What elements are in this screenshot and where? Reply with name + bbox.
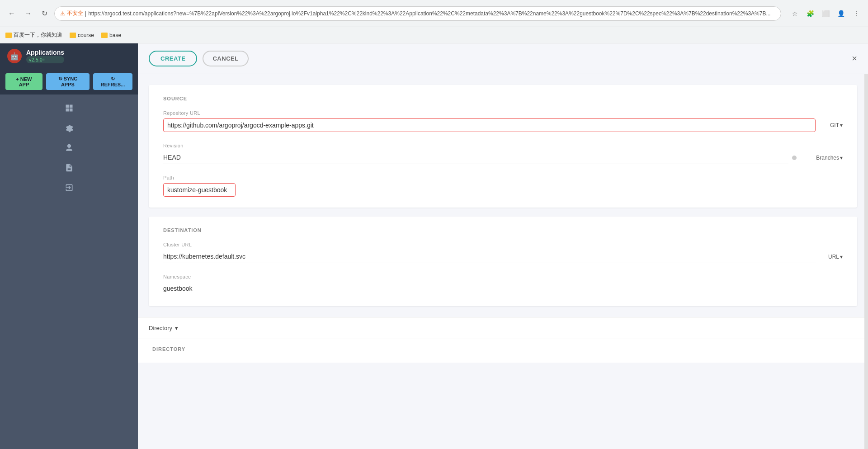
create-button[interactable]: CREATE [149, 51, 197, 66]
bookmark-folder-icon [70, 33, 76, 38]
source-section-title: SOURCE [163, 96, 843, 101]
address-bar[interactable]: ⚠ 不安全 | https://argocd.test.com/applicat… [54, 6, 781, 21]
svg-rect-3 [69, 109, 72, 112]
directory-chevron-icon: ▾ [175, 325, 178, 331]
bookmarks-bar: 百度一下，你就知道 course base [0, 27, 868, 43]
security-warning-icon: ⚠ [60, 10, 65, 17]
bookmark-label: 百度一下，你就知道 [14, 31, 62, 39]
form-header: CREATE CANCEL × [138, 43, 868, 74]
url-suffix[interactable]: URL ▾ [828, 254, 843, 260]
revision-label: Revision [163, 143, 843, 148]
namespace-group: Namespace [163, 274, 843, 295]
revision-input[interactable] [163, 151, 788, 164]
bookmark-label: base [109, 32, 121, 38]
cluster-url-label: Cluster URL [163, 242, 843, 247]
form-body: SOURCE Repository URL GIT ▾ [138, 74, 868, 317]
repository-url-group: Repository URL GIT ▾ [163, 110, 843, 132]
forward-button[interactable]: → [22, 7, 34, 20]
bookmark-folder-icon [5, 33, 12, 38]
cancel-button[interactable]: CANCEL [203, 51, 248, 66]
path-group: Path [163, 175, 843, 197]
path-row [163, 183, 843, 197]
directory-content: DIRECTORY [138, 339, 868, 363]
sidebar-item-docs[interactable] [0, 158, 138, 178]
revision-row: Branches ▾ [163, 151, 843, 164]
svg-rect-2 [66, 109, 69, 112]
bookmark-label: course [78, 32, 94, 38]
namespace-input[interactable] [163, 282, 843, 295]
refresh-button[interactable]: ↻ REFRES... [93, 73, 132, 90]
repository-url-input[interactable] [163, 118, 816, 132]
namespace-row [163, 282, 843, 295]
sidebar-buttons: + NEW APP ↻ SYNC APPS ↻ REFRES... [0, 69, 138, 95]
profile-icon[interactable]: 👤 [835, 7, 847, 20]
cluster-url-group: Cluster URL URL ▾ [163, 242, 843, 263]
source-section: SOURCE Repository URL GIT ▾ [149, 85, 857, 208]
cluster-url-input[interactable] [163, 250, 816, 263]
scrollbar[interactable] [864, 43, 868, 449]
directory-toggle-label: Directory [149, 325, 172, 331]
destination-section-title: DESTINATION [163, 227, 843, 233]
menu-icon[interactable]: ⋮ [850, 7, 863, 20]
sync-apps-button[interactable]: ↻ SYNC APPS [46, 73, 90, 90]
sidebar-item-user[interactable] [0, 138, 138, 158]
form-panel: CREATE CANCEL × SOURCE Repository URL G [138, 43, 868, 449]
app-wrapper: 🤖 Applications v2.5.0+ + NEW APP ↻ SYNC … [0, 43, 868, 449]
bookmark-icon[interactable]: ☆ [788, 7, 801, 20]
address-text: https://argocd.test.com/applications?new… [88, 10, 770, 17]
sidebar-item-settings[interactable] [0, 118, 138, 138]
tab-icon[interactable]: ⬜ [819, 7, 832, 20]
svg-rect-1 [69, 105, 72, 108]
security-warning-text: 不安全 [67, 9, 83, 17]
svg-rect-0 [66, 105, 69, 108]
cluster-url-row: URL ▾ [163, 250, 843, 263]
destination-section: DESTINATION Cluster URL URL ▾ [149, 217, 857, 306]
sidebar-item-apps[interactable] [0, 98, 138, 118]
extension-icon[interactable]: 🧩 [804, 7, 816, 20]
bookmark-course[interactable]: course [70, 32, 94, 38]
sidebar-nav [0, 95, 138, 449]
bookmark-folder-icon [101, 33, 108, 38]
namespace-label: Namespace [163, 274, 843, 279]
browser-chrome: ← → ↻ ⚠ 不安全 | https://argocd.test.com/ap… [0, 0, 868, 27]
branches-suffix[interactable]: Branches ▾ [816, 155, 843, 161]
sidebar: 🤖 Applications v2.5.0+ + NEW APP ↻ SYNC … [0, 43, 138, 449]
bookmark-base[interactable]: base [101, 32, 121, 38]
repository-url-label: Repository URL [163, 110, 843, 116]
new-app-button[interactable]: + NEW APP [5, 73, 42, 90]
sidebar-item-logout[interactable] [0, 178, 138, 198]
revision-group: Revision Branches ▾ [163, 143, 843, 164]
repository-url-row: GIT ▾ [163, 118, 843, 132]
revision-status-dot [792, 156, 797, 160]
avatar: 🤖 [7, 49, 22, 63]
path-input[interactable] [163, 183, 236, 197]
version-badge: v2.5.0+ [26, 56, 64, 63]
directory-toggle[interactable]: Directory ▾ [138, 317, 868, 339]
reload-button[interactable]: ↻ [38, 7, 51, 20]
git-suffix[interactable]: GIT ▾ [830, 122, 843, 128]
sidebar-title: Applications [26, 49, 64, 56]
sidebar-header: 🤖 Applications v2.5.0+ [0, 43, 138, 69]
bookmark-baidu[interactable]: 百度一下，你就知道 [5, 31, 62, 39]
back-button[interactable]: ← [5, 7, 18, 20]
path-label: Path [163, 175, 843, 180]
toolbar-icons: ☆ 🧩 ⬜ 👤 ⋮ [788, 7, 863, 20]
close-button[interactable]: × [852, 53, 857, 64]
main-content: CREATE CANCEL × SOURCE Repository URL G [138, 43, 868, 449]
directory-section-title: DIRECTORY [152, 346, 854, 352]
